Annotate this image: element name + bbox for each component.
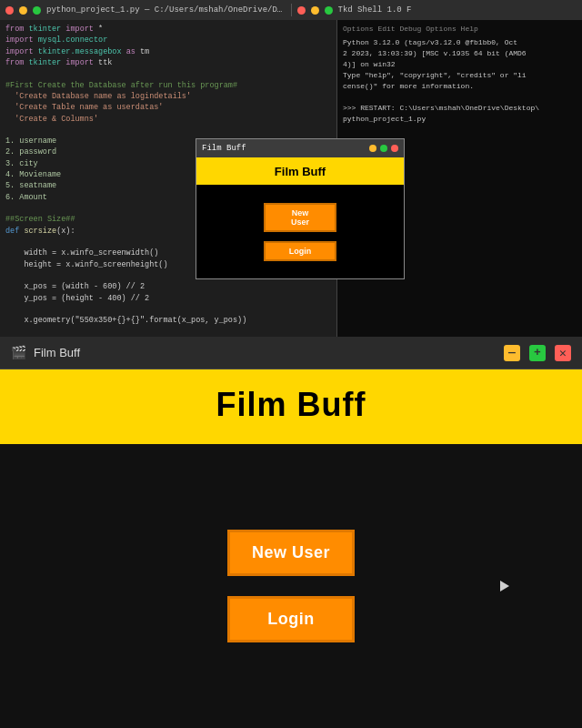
- tkinter-floating-window: Film Buff Film Buff New User Login: [196, 138, 405, 279]
- tkinter-titlebar: Film Buff: [196, 139, 404, 157]
- tl-red2-icon[interactable]: [297, 6, 306, 15]
- code-line: 'Create & Columns': [5, 114, 331, 125]
- terminal-line: 2 2023, 13:03:39) [MSC v.1935 64 bit (AM…: [343, 48, 577, 59]
- tl-green-icon[interactable]: [33, 6, 41, 15]
- terminal-line: >>> RESTART: C:\Users\mshah\OneDrive\Des…: [343, 103, 577, 114]
- tl-yellow-icon[interactable]: [19, 6, 27, 15]
- app-body: New User Login: [0, 444, 582, 728]
- code-line: [5, 68, 331, 79]
- code-line: x.geometry("550x350+{}+{}".format(x_pos,…: [5, 315, 331, 326]
- tl-green2-icon[interactable]: [325, 6, 333, 15]
- tkinter-button-area: New User Login: [264, 185, 336, 278]
- code-line: x_pos = (width - 600) // 2: [5, 281, 331, 292]
- terminal-line: [343, 92, 577, 103]
- app-window: 🎬 Film Buff — + ✕ Film Buff New User Log…: [0, 337, 582, 728]
- code-line: [5, 304, 331, 315]
- terminal-line: python_project_1.py: [343, 114, 577, 125]
- tkinter-window-title: Film Buff: [202, 144, 366, 153]
- terminal-header: Options Edit Debug Options Help: [343, 24, 577, 35]
- tkinter-body: Film Buff New User Login: [196, 157, 404, 278]
- ide-content: from tkinter import * import mysql.conne…: [0, 20, 582, 337]
- code-line: [5, 125, 331, 136]
- code-line: #First Create the Database after run thi…: [5, 80, 331, 91]
- mouse-cursor-icon: [500, 581, 509, 592]
- close-button[interactable]: ✕: [555, 345, 571, 361]
- code-line: 'Create Table name as userdatas': [5, 102, 331, 113]
- app-header-band: Film Buff: [0, 369, 582, 444]
- app-titlebar: 🎬 Film Buff — + ✕: [0, 337, 582, 369]
- ide-area: python_project_1.py — C:/Users/mshah/One…: [0, 0, 582, 337]
- tkinter-header-band: Film Buff: [196, 157, 404, 185]
- maximize-button[interactable]: +: [529, 345, 546, 361]
- app-window-area: 🎬 Film Buff — + ✕ Film Buff New User Log…: [0, 337, 582, 728]
- tl-yellow2-icon[interactable]: [311, 6, 319, 15]
- app-header-title: Film Buff: [216, 386, 366, 424]
- terminal-line: Python 3.12.0 (tags/v3.12.0 @fb1bb0, Oct: [343, 37, 577, 48]
- terminal-line: cense()" for more information.: [343, 81, 577, 92]
- tkinter-new-user-button[interactable]: New User: [264, 203, 336, 232]
- login-button[interactable]: Login: [227, 596, 355, 642]
- tk-maximize-btn[interactable]: [380, 145, 387, 152]
- new-user-button[interactable]: New User: [227, 530, 355, 576]
- app-icon: 🎬: [11, 345, 26, 360]
- tk-minimize-btn[interactable]: [369, 145, 376, 152]
- ide-titlebar: python_project_1.py — C:/Users/mshah/One…: [0, 0, 582, 20]
- app-window-controls: — + ✕: [504, 345, 571, 361]
- code-line: [5, 326, 331, 337]
- tkinter-login-button[interactable]: Login: [264, 241, 336, 261]
- terminal-line: 4)] on win32: [343, 59, 577, 70]
- code-line: from tkinter import *: [5, 24, 331, 35]
- terminal-line: Type "help", "copyright", "credits" or "…: [343, 70, 577, 81]
- code-line: from tkinter import ttk: [5, 57, 331, 68]
- tkinter-header-title: Film Buff: [275, 165, 326, 178]
- minimize-button[interactable]: —: [504, 345, 520, 361]
- tk-close-btn[interactable]: [391, 145, 398, 152]
- code-line: import tkinter.messagebox as tm: [5, 46, 331, 57]
- app-title-text: Film Buff: [34, 346, 497, 359]
- code-line: 'Create Database name as logindetails': [5, 91, 331, 102]
- code-line: y_pos = (height - 400) // 2: [5, 293, 331, 304]
- ide-title-right: Tkd Shell 1.0 F: [338, 5, 577, 15]
- ide-title-left: python_project_1.py — C:/Users/mshah/One…: [46, 5, 286, 15]
- tl-red-icon[interactable]: [5, 6, 14, 15]
- code-line: import mysql.connector: [5, 35, 331, 46]
